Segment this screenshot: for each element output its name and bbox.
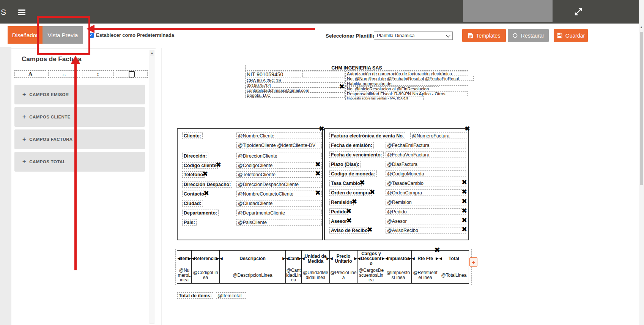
field-value[interactable]: @DiasFactura	[386, 161, 466, 167]
rectangle-tool[interactable]	[116, 70, 148, 78]
field-value[interactable]: @DepartmentoCliente	[236, 210, 322, 216]
field-value[interactable]: @DireccionDespachoCliente	[236, 181, 322, 188]
vertical-resize-tool[interactable]: ↕	[82, 70, 114, 78]
delete-icon[interactable]: ✖	[461, 226, 467, 233]
column-header-referencia[interactable]: ◀ Referencia ▶	[192, 251, 220, 267]
field-value[interactable]: @DireccionCliente	[236, 153, 322, 159]
field-label[interactable]: País:	[182, 219, 197, 226]
section-campos-emisor[interactable]: + CAMPOS EMISOR	[14, 85, 145, 104]
delete-icon[interactable]: ✖	[461, 207, 467, 214]
tax-note-field[interactable]: Impuesto sobre las ventas - IVA, ICA 6,9	[345, 96, 424, 100]
delete-icon[interactable]: ✖	[346, 207, 352, 215]
templates-button[interactable]: Templates	[462, 29, 506, 42]
resize-right-icon[interactable]: ▶	[408, 257, 411, 261]
resize-left-icon[interactable]: ◀	[177, 257, 180, 261]
field-label[interactable]: Dirección:	[182, 153, 208, 159]
delete-icon[interactable]: ✖	[319, 125, 324, 132]
header-gray-panel[interactable]	[463, 0, 553, 22]
delete-icon[interactable]: ✖	[315, 170, 321, 177]
column-header-precio-unitario[interactable]: ◀ Precio Unitario ▶	[330, 251, 357, 267]
field-value[interactable]: @CodigoCliente	[236, 162, 322, 169]
field-label[interactable]: Cliente:	[182, 133, 203, 139]
field-value[interactable]: @NumeroFactura	[410, 133, 467, 139]
sidebar-scrollbar[interactable]: ▲	[150, 50, 154, 324]
field-label[interactable]: Aviso de Recibo ✖	[329, 227, 369, 233]
resize-left-icon[interactable]: ◀	[302, 257, 305, 261]
field-label[interactable]: Codigo de moneda:	[329, 170, 377, 177]
field-label[interactable]: Teléfono ✖	[182, 171, 205, 178]
delete-icon[interactable]: ✖	[369, 188, 375, 196]
delete-icon[interactable]: ✖	[461, 188, 467, 195]
resize-left-icon[interactable]: ◀	[330, 257, 333, 261]
field-label[interactable]: Departamento:	[182, 210, 219, 216]
column-header-impuestos[interactable]: ◀ Impuestos ▶	[385, 251, 412, 267]
row-cell-numero-linea[interactable]: @NumeroLinea	[177, 267, 192, 283]
field-value[interactable]: @NombreCliente	[236, 133, 322, 139]
field-label[interactable]: Orden de compra ✖	[329, 189, 372, 196]
field-value[interactable]: @Pedido	[386, 208, 466, 215]
scroll-up-icon[interactable]: ▲	[639, 24, 644, 30]
resolution-number-field[interactable]: No. @NumResol de @FechaIniResol al @Fech…	[345, 76, 474, 81]
row-cell-precio-linea[interactable]: @PrecioLinea	[330, 267, 357, 283]
column-header-cant[interactable]: ◀ Cant ▶	[286, 251, 302, 267]
field-label[interactable]: Contacto ✖	[182, 191, 206, 197]
row-cell-impuestos-linea[interactable]: @ImpuestosLinea	[385, 267, 412, 283]
company-empty-field[interactable]	[422, 81, 468, 86]
fullscreen-expand-icon[interactable]	[574, 7, 584, 17]
delete-icon[interactable]: ✖	[203, 189, 209, 197]
company-email-field[interactable]: contabilidadchmsas@gmail.com	[245, 88, 345, 93]
delete-icon[interactable]: ✖	[464, 125, 470, 132]
default-template-checkbox[interactable]: ✓	[88, 33, 94, 38]
add-column-button[interactable]: +	[469, 257, 477, 267]
section-campos-factura[interactable]: + CAMPOS FACTURA	[14, 129, 145, 149]
company-name-field[interactable]: CHM INGENIERIA SAS	[245, 65, 468, 71]
delete-icon[interactable]: ✖	[461, 179, 467, 186]
field-label[interactable]: Remisión ✖	[329, 199, 354, 205]
resize-right-icon[interactable]: ▶	[188, 257, 191, 261]
delete-icon[interactable]: ✖	[434, 246, 440, 254]
delete-icon[interactable]: ✖	[461, 198, 467, 205]
page-scrollbar-thumb[interactable]	[640, 32, 643, 185]
resize-right-icon[interactable]: ▶	[298, 257, 301, 261]
authorization-field[interactable]: Autorización de numeración de facturació…	[345, 71, 468, 76]
row-cell-cargos-descuentos-linea[interactable]: @CargosDescuentosLinea	[357, 267, 385, 283]
delete-icon[interactable]: ✖	[315, 189, 321, 196]
resolution-range-field[interactable]: No. @InicioResolucion al @FinResolucion	[345, 86, 439, 91]
resize-left-icon[interactable]: ◀	[412, 257, 415, 261]
delete-icon[interactable]: ✖	[351, 197, 357, 205]
column-header-item[interactable]: ◀ Item ▶	[177, 251, 192, 267]
text-tool[interactable]: A	[14, 70, 46, 78]
menu-icon[interactable]	[18, 9, 25, 16]
field-label[interactable]: Plazo (Días):	[329, 161, 361, 167]
company-phone-field[interactable]: 3219075704	[245, 83, 345, 88]
resize-left-icon[interactable]: ◀	[439, 257, 442, 261]
delete-icon[interactable]: ✖	[315, 161, 321, 168]
field-value[interactable]: @TelefonoCliente	[236, 171, 322, 178]
field-value[interactable]: @Asesor	[386, 218, 466, 224]
company-address-field[interactable]: CRA 80 A 25C-19	[245, 78, 345, 83]
total-items-label[interactable]: Total de items:	[177, 292, 213, 299]
restore-button[interactable]: Restaurar	[508, 29, 549, 42]
column-header-unidad-medida[interactable]: ◀ Unidad de Medida ▶	[302, 251, 330, 267]
resize-right-icon[interactable]: ▶	[436, 257, 439, 261]
save-button[interactable]: Guardar	[554, 29, 588, 42]
field-value[interactable]: @CiudadCliente	[236, 200, 322, 207]
row-cell-retefuente-linea[interactable]: @RetefuenteLinea	[412, 267, 439, 283]
delete-icon[interactable]: ✖	[346, 216, 352, 224]
field-label[interactable]: Dirección Despacho:	[182, 181, 232, 188]
column-header-cargos-descuento[interactable]: ◀ Cargos y Descuento ▶	[357, 251, 385, 267]
scroll-up-icon[interactable]: ▲	[150, 50, 154, 56]
delete-icon[interactable]: ✖	[367, 226, 373, 233]
horizontal-resize-tool[interactable]: ↔	[48, 70, 80, 78]
tab-preview[interactable]: Vista Previa	[43, 26, 83, 44]
resize-right-icon[interactable]: ▶	[326, 257, 329, 261]
field-value[interactable]: @PaisCliente	[236, 219, 322, 226]
tab-designer[interactable]: Diseñador	[8, 26, 43, 44]
resize-left-icon[interactable]: ◀	[286, 257, 289, 261]
row-cell-descripcion-linea[interactable]: @DescripcionLinea	[220, 267, 286, 283]
total-items-value[interactable]: @ItemTotal	[216, 292, 246, 299]
field-value[interactable]: @TipoIdenCliente @IdentCliente-DV	[236, 142, 322, 148]
field-value[interactable]: @TasadeCambio	[386, 180, 466, 186]
field-label[interactable]: Fecha de emisión:	[329, 142, 374, 148]
row-cell-unidad-medida-linea[interactable]: @UnidadMedidaLinea	[302, 267, 330, 283]
